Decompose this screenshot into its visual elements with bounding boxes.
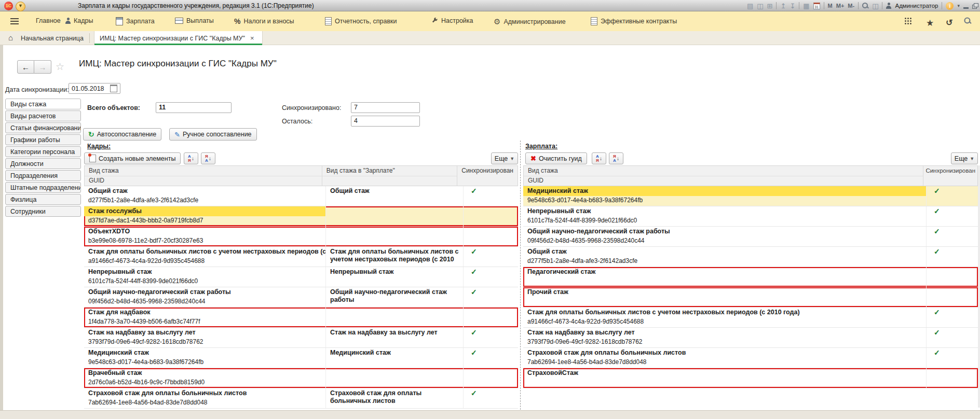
column-header[interactable]: Вид стажа	[85, 166, 322, 176]
guid-column-header[interactable]: GUID	[524, 176, 923, 185]
favorite-star-icon[interactable]: ☆	[56, 61, 64, 73]
save-icon[interactable]: ▤	[747, 2, 753, 10]
restore-icon[interactable]	[972, 3, 978, 9]
synced-input[interactable]: 7	[351, 102, 420, 113]
close-tab-icon[interactable]: ×	[250, 34, 254, 42]
total-objects-input[interactable]: 11	[156, 102, 232, 113]
memory-minus-button[interactable]: M-	[848, 3, 854, 9]
sidebar-item[interactable]: Виды расчетов	[5, 110, 81, 121]
kadry-table-row[interactable]: Стаж для надбавок1f4da778-3a70-4439-b506…	[84, 308, 518, 328]
menu-glavnoe[interactable]: Главное	[36, 17, 61, 24]
tables-splitter[interactable]	[520, 141, 521, 410]
zarplata-more-button[interactable]: Еще▼	[951, 152, 978, 164]
zarplata-table-row[interactable]: Медицинский стаж9e548c63-d017-4e4a-b683-…	[523, 186, 978, 206]
hamburger-icon[interactable]	[10, 18, 19, 24]
main-menu-dropdown-icon[interactable]: ▼	[16, 2, 25, 11]
kadry-table-row[interactable]: Стаж для оплаты больничных листов с учет…	[84, 247, 518, 267]
tab-sync-master[interactable]: ИМЦ: Мастер синхронизации с ГИС "Кадры М…	[94, 31, 263, 45]
back-button[interactable]: ←	[17, 60, 34, 74]
favorites-star-icon[interactable]: ★	[926, 18, 934, 29]
info-dropdown-icon[interactable]: ▾	[957, 3, 960, 8]
manual-match-button[interactable]: ✎ Ручное сопоставление	[169, 128, 257, 141]
menu-administrirovanie[interactable]: ⚙Администрирование	[494, 17, 566, 26]
sort-ascending-button[interactable]: АЯ↓	[184, 152, 198, 164]
forward-button[interactable]: →	[34, 60, 51, 74]
synced-cell: ✓	[927, 308, 978, 327]
clear-guid-button[interactable]: ✖ Очистить гуид	[525, 152, 587, 164]
sidebar-item[interactable]: Подразделения	[5, 170, 81, 181]
menu-vyplaty[interactable]: Выплаты	[175, 17, 214, 24]
kadry-table-row[interactable]: Стаж госслужбыd37fd7ae-dac1-443b-bbb2-0a…	[84, 206, 518, 227]
sidebar-item[interactable]: Сотрудники	[5, 206, 81, 217]
tab-home[interactable]: Начальная страница	[21, 31, 84, 45]
calendar-icon[interactable]: 31	[813, 3, 820, 9]
guid-column-header[interactable]: GUID	[85, 176, 322, 185]
sync-date-input[interactable]: 01.05.2018	[69, 83, 120, 94]
scrollbar[interactable]	[978, 165, 980, 408]
sort-ascending-button[interactable]: АЯ↓	[592, 152, 606, 164]
zarplata-table-row[interactable]: Стаж на надбавку за выслугу лет3793f79d-…	[523, 328, 978, 348]
history-clock-icon[interactable]: ↺	[946, 18, 952, 27]
home-icon[interactable]: ⌂	[8, 33, 13, 42]
zarplata-table-row[interactable]: Прочий стаж	[523, 287, 978, 308]
menu-kadry[interactable]: Кадры	[65, 17, 93, 24]
search-icon[interactable]	[964, 18, 971, 24]
zarplata-table-row[interactable]: Страховой стаж для оплаты больничных лис…	[523, 348, 978, 368]
sort-descending-button[interactable]: ЯА↓	[201, 152, 215, 164]
zarplata-table-row[interactable]: Непрерывный стаж6101c7fa-524f-44ff-8399-…	[523, 206, 978, 227]
zarplata-table-row[interactable]: Стаж для оплаты больничных листов с учет…	[523, 308, 978, 328]
column-header[interactable]: Синхронизирован	[457, 166, 518, 185]
window-title: Зарплата и кадры государственного учрежд…	[78, 2, 314, 9]
info-icon[interactable]: i	[946, 2, 954, 10]
import-icon[interactable]: ↧	[790, 2, 795, 10]
kadry-more-button[interactable]: Еще▼	[491, 152, 518, 164]
zarplata-table-header[interactable]: Вид стажа GUID Синхронизирован	[523, 165, 978, 186]
zoom-icon[interactable]	[862, 3, 868, 9]
kadry-table-row[interactable]: Общий научно-педагогический стаж работы0…	[84, 287, 518, 308]
create-new-elements-button[interactable]: Создать новые элементы	[84, 152, 181, 164]
datepicker-icon[interactable]	[110, 85, 117, 92]
kadry-table-row[interactable]: Общий стажd277f5b1-2a8e-4dfa-afe3-2f6142…	[84, 186, 518, 206]
menu-nastroyka[interactable]: Настройка	[431, 17, 473, 24]
current-user[interactable]: Администратор	[895, 3, 938, 9]
print-icon[interactable]: ◫	[757, 2, 763, 10]
print-preview-icon[interactable]: ⊞	[767, 2, 773, 10]
column-header[interactable]: Синхронизирован	[923, 166, 977, 185]
kadry-table-row[interactable]: Страховой стаж для оплаты больничных лис…	[84, 388, 518, 409]
sidebar-item[interactable]: Статьи финансирования	[5, 122, 81, 133]
zarplata-table-row[interactable]: Общий стажd277f5b1-2a8e-4dfa-afe3-2f6142…	[523, 247, 978, 267]
sort-descending-button[interactable]: ЯА↓	[609, 152, 623, 164]
calculator-icon[interactable]: ▦	[803, 2, 809, 10]
kadry-table-row[interactable]: Непрерывный стаж6101c7fa-524f-44ff-8399-…	[84, 267, 518, 287]
1c-logo-icon: 1С	[4, 2, 13, 10]
menu-nalogi[interactable]: %Налоги и взносы	[234, 17, 294, 25]
auto-match-button[interactable]: ↻ Автосопоставление	[83, 128, 161, 141]
menu-otchetnost[interactable]: Отчетность, справки	[325, 17, 397, 25]
sidebar-item[interactable]: Физлица	[5, 194, 81, 205]
column-header[interactable]: Вид стажа в "Зарплате"	[322, 166, 457, 176]
kadry-table-row[interactable]: ОбъектXDTOb3e99e08-6978-11e2-bdf7-20cf30…	[84, 227, 518, 247]
sidebar-item[interactable]: Штатные подразделения	[5, 182, 81, 193]
kadry-table-header[interactable]: Вид стажа GUID Вид стажа в "Зарплате" Си…	[84, 165, 518, 186]
minimize-icon[interactable]	[963, 7, 969, 9]
menu-zarplata[interactable]: Зарплата	[116, 17, 155, 25]
zarplata-table-row[interactable]: Педагогический стаж	[523, 267, 978, 287]
kadry-table-row[interactable]: Медицинский стаж9e548c63-d017-4e4a-b683-…	[84, 348, 518, 368]
sidebar-item[interactable]: Должности	[5, 158, 81, 169]
memory-button[interactable]: M	[828, 3, 833, 9]
apps-grid-icon[interactable]	[905, 18, 911, 24]
export-icon[interactable]: ↥	[780, 2, 786, 10]
menu-effektivnye-kontrakty[interactable]: Эффективные контракты	[591, 17, 677, 25]
split-columns-icon[interactable]: ◫	[872, 2, 878, 10]
sidebar-item[interactable]: Графики работы	[5, 134, 81, 145]
kadry-table-row[interactable]: Стаж на надбавку за выслугу лет3793f79d-…	[84, 328, 518, 348]
memory-plus-button[interactable]: M+	[836, 3, 845, 9]
kadry-table-row[interactable]: Врачебный стаж2d76c0a6-b52d-4b16-9c9c-f7…	[84, 368, 518, 388]
zarplata-table-row[interactable]: СтраховойСтаж	[523, 368, 978, 388]
sidebar-item[interactable]: Виды стажа	[5, 99, 81, 109]
column-header[interactable]: Вид стажа	[524, 166, 923, 176]
remaining-input[interactable]: 4	[351, 116, 420, 127]
mapped-stazh-cell	[326, 206, 464, 226]
zarplata-table-row[interactable]: Общий научно-педагогический стаж работы0…	[523, 227, 978, 247]
sidebar-item[interactable]: Категории персонала	[5, 146, 81, 157]
